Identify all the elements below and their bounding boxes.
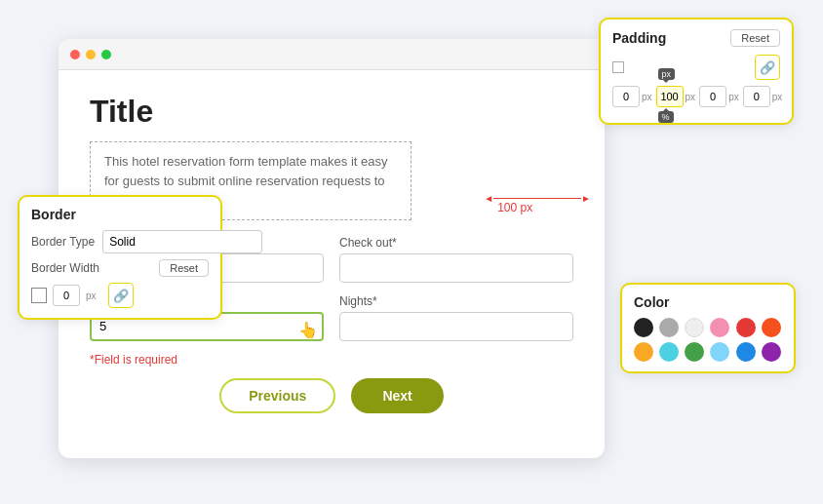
padding-checkbox[interactable] [612, 61, 624, 73]
padding-top-px: px [642, 92, 652, 102]
padding-inputs-row: px px px % px px [612, 86, 780, 107]
padding-left-px: px [772, 92, 783, 102]
padding-controls-row: 🔗 [612, 55, 780, 80]
cursor-icon: 👆 [298, 321, 318, 339]
color-panel-header: Color [634, 294, 782, 310]
color-swatch-green[interactable] [685, 342, 704, 362]
border-panel: Border Border Type Border Width Reset px… [18, 195, 222, 320]
color-panel: Color [620, 283, 796, 373]
dot-red[interactable] [70, 50, 80, 59]
dot-yellow[interactable] [86, 50, 96, 59]
border-width-input[interactable] [53, 285, 80, 306]
border-link-icon: 🔗 [113, 289, 129, 303]
padding-right-group: px px % [656, 86, 696, 107]
border-type-row: Border Type [31, 230, 209, 253]
browser-titlebar [59, 39, 605, 70]
padding-bottom-input[interactable] [699, 86, 726, 107]
measurement-arrow: ◄ ► 100 px [484, 193, 591, 204]
color-grid [634, 318, 782, 362]
checkout-group: Check out* [339, 236, 573, 283]
border-panel-title: Border [31, 207, 76, 222]
border-type-input[interactable] [102, 230, 262, 253]
nights-group: Nights* [339, 294, 573, 341]
border-link-button[interactable]: 🔗 [108, 283, 134, 308]
padding-top-input[interactable] [612, 86, 640, 107]
padding-right-px: px [686, 92, 696, 102]
page-title: Title [90, 94, 573, 130]
padding-link-button[interactable]: 🔗 [755, 55, 780, 80]
arrow-line [493, 198, 581, 200]
border-width-row: Border Width Reset [31, 259, 209, 277]
color-swatch-white[interactable] [685, 318, 704, 337]
checkout-label: Check out* [339, 236, 573, 250]
padding-bottom-group: px [699, 86, 739, 107]
px-tooltip: px [658, 68, 676, 80]
color-panel-title: Color [634, 294, 670, 310]
border-panel-header: Border [31, 207, 209, 222]
padding-bottom-px: px [728, 92, 739, 102]
color-swatch-blue[interactable] [736, 342, 756, 362]
color-swatch-red[interactable] [736, 318, 756, 337]
link-icon: 🔗 [760, 60, 775, 75]
color-swatch-black[interactable] [634, 318, 653, 337]
color-swatch-purple[interactable] [762, 342, 781, 362]
previous-button[interactable]: Previous [219, 378, 335, 413]
measurement-label: 100 px [497, 201, 532, 214]
color-swatch-gray[interactable] [659, 318, 679, 337]
percent-tooltip: % [658, 111, 674, 123]
border-square-icon [31, 288, 47, 303]
checkout-input[interactable] [339, 253, 573, 283]
border-px-label: px [86, 291, 97, 301]
color-swatch-orange[interactable] [762, 318, 781, 337]
border-reset-button[interactable]: Reset [159, 259, 209, 277]
color-swatch-light-blue[interactable] [710, 342, 729, 362]
required-note: *Field is required [90, 353, 573, 367]
dot-green[interactable] [101, 50, 111, 59]
color-swatch-yellow[interactable] [634, 342, 653, 362]
padding-reset-button[interactable]: Reset [730, 29, 780, 47]
color-swatch-pink[interactable] [710, 318, 729, 337]
color-swatch-teal[interactable] [659, 342, 679, 362]
nights-input[interactable] [339, 312, 573, 341]
padding-panel: Padding Reset 🔗 px px px % px [599, 18, 794, 125]
padding-left-group: px [743, 86, 783, 107]
border-width-inputs: px 🔗 [31, 283, 209, 308]
padding-panel-title: Padding [612, 30, 666, 46]
padding-right-input[interactable] [656, 86, 684, 107]
next-button[interactable]: Next [351, 378, 443, 413]
btn-row: Previous Next [90, 378, 573, 413]
padding-top-group: px [612, 86, 652, 107]
padding-panel-header: Padding Reset [612, 29, 780, 47]
border-width-label: Border Width [31, 261, 151, 275]
padding-left-input[interactable] [743, 86, 770, 107]
nights-label: Nights* [339, 294, 573, 308]
border-type-label: Border Type [31, 235, 95, 249]
